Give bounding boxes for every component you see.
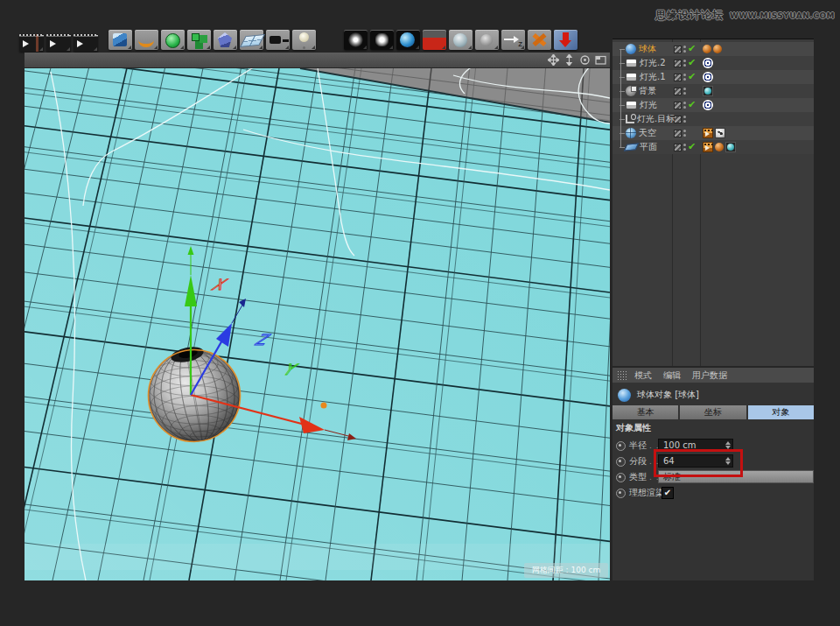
layer-chip[interactable] — [674, 116, 682, 123]
param-radio[interactable] — [616, 473, 626, 482]
phong-tag[interactable] — [715, 143, 724, 151]
platonic-icon[interactable] — [214, 30, 237, 50]
attribute-tabs: 基本坐标对象 — [612, 405, 814, 419]
null-target-icon[interactable] — [626, 115, 634, 123]
param-radio[interactable] — [616, 489, 626, 498]
layer-chip[interactable] — [674, 88, 682, 95]
visibility-dots[interactable] — [683, 102, 686, 109]
object-label[interactable]: 球体 — [639, 43, 656, 55]
array-icon[interactable] — [187, 30, 211, 50]
object-label[interactable]: 平面 — [640, 141, 657, 153]
enabled-check[interactable]: ✔ — [688, 99, 696, 111]
target-tag[interactable] — [703, 58, 713, 68]
visibility-dots[interactable] — [683, 74, 686, 81]
visibility-dots[interactable] — [683, 116, 686, 123]
object-label[interactable]: 灯光.目标 — [637, 113, 675, 125]
watermark-url: WWW.MISSYUAN.COM — [730, 11, 835, 20]
visibility-dots[interactable] — [683, 144, 686, 151]
axis-z-icon[interactable]: z — [501, 30, 525, 50]
layer-chip[interactable] — [674, 46, 682, 53]
object-row[interactable]: 灯光.目标 — [612, 112, 814, 126]
spot-light-icon[interactable] — [344, 30, 368, 50]
object-row[interactable]: 球体✔ — [612, 42, 814, 56]
xpresso-icon[interactable] — [528, 30, 551, 50]
plane-primitive-icon[interactable] — [240, 30, 263, 50]
menu-edit[interactable]: 编辑 — [663, 369, 681, 382]
camera-icon[interactable] — [266, 30, 290, 50]
area-light-icon[interactable] — [370, 30, 394, 50]
target-tag[interactable] — [703, 72, 713, 82]
menu-userdata[interactable]: 用户数据 — [692, 369, 727, 382]
enabled-check[interactable]: ✔ — [688, 141, 696, 153]
object-manager: 球体✔灯光.2✔灯光.1✔背景灯光✔灯光.目标天空平面✔ — [612, 39, 814, 366]
compositing-tag[interactable] — [703, 142, 713, 152]
floor-object-icon[interactable] — [423, 30, 446, 50]
enabled-check[interactable]: ✔ — [688, 43, 696, 55]
object-row[interactable]: 灯光✔ — [612, 98, 814, 112]
sky-object-icon[interactable] — [396, 30, 420, 50]
render-view-icon[interactable] — [19, 34, 44, 52]
tab-basic[interactable]: 基本 — [612, 405, 678, 419]
enabled-check[interactable]: ✔ — [688, 71, 696, 83]
stage-icon[interactable] — [475, 30, 499, 50]
object-label[interactable]: 灯光.1 — [640, 71, 666, 83]
attribute-menubar: 模式编辑用户数据 — [612, 368, 814, 383]
tree-branch — [620, 105, 625, 106]
layer-chip[interactable] — [674, 144, 682, 151]
render-settings-icon[interactable] — [74, 34, 98, 52]
hypernurbs-icon[interactable] — [161, 30, 185, 50]
visibility-dots[interactable] — [683, 60, 686, 67]
phong-tag[interactable] — [703, 45, 711, 53]
sky-object-tree-icon[interactable] — [626, 128, 636, 138]
light-object-icon[interactable] — [626, 101, 637, 109]
visibility-dots[interactable] — [683, 130, 686, 137]
object-label[interactable]: 灯光 — [640, 99, 657, 111]
object-row[interactable]: 灯光.2✔ — [612, 56, 814, 70]
bend-deformer-icon[interactable] — [135, 30, 158, 50]
material-tag[interactable] — [725, 142, 736, 152]
download-arrow-icon[interactable] — [554, 30, 578, 50]
light-object-icon[interactable] — [626, 73, 637, 81]
param-radio[interactable] — [616, 441, 626, 451]
material-white-tag[interactable] — [715, 128, 725, 138]
param-radio[interactable] — [616, 457, 626, 467]
sphere-object-icon — [618, 389, 631, 402]
tab-coordinates[interactable]: 坐标 — [680, 405, 746, 419]
layer-chip[interactable] — [674, 130, 682, 137]
layer-chip[interactable] — [674, 74, 682, 81]
enabled-check[interactable]: ✔ — [688, 57, 696, 69]
object-label[interactable]: 天空 — [639, 127, 656, 139]
object-label[interactable]: 灯光.2 — [640, 57, 666, 69]
phong-tag[interactable] — [713, 45, 722, 53]
render-picture-viewer-icon[interactable] — [46, 34, 71, 52]
panel-grip-icon[interactable] — [617, 370, 626, 380]
light-bulb-icon[interactable] — [292, 30, 316, 50]
maximize-icon[interactable] — [595, 54, 606, 66]
sphere-object-icon[interactable] — [626, 44, 636, 54]
object-row[interactable]: 天空 — [612, 126, 814, 140]
visibility-column: ✔ — [674, 98, 696, 112]
object-row[interactable]: 平面✔ — [612, 140, 814, 154]
background-object-icon[interactable] — [626, 86, 636, 96]
object-row[interactable]: 背景 — [612, 84, 814, 98]
tab-object[interactable]: 对象 — [748, 405, 814, 419]
visibility-dots[interactable] — [683, 88, 686, 95]
pan-icon[interactable] — [548, 54, 559, 66]
layer-chip[interactable] — [674, 60, 682, 67]
rotate-icon[interactable] — [579, 54, 591, 66]
dolly-icon[interactable] — [564, 54, 575, 66]
target-tag[interactable] — [703, 100, 713, 110]
object-label[interactable]: 背景 — [639, 85, 656, 97]
plane-object-icon[interactable] — [624, 143, 639, 151]
render-perfect-checkbox[interactable]: ✔ — [662, 487, 674, 499]
menu-mode[interactable]: 模式 — [634, 369, 652, 382]
compositing-tag[interactable] — [703, 128, 713, 138]
layer-chip[interactable] — [674, 102, 682, 109]
visibility-dots[interactable] — [683, 46, 686, 53]
material-tag[interactable] — [703, 86, 713, 96]
environment-icon[interactable] — [449, 30, 472, 50]
cube-primitive-icon[interactable] — [108, 30, 132, 50]
viewport-canvas[interactable]: Y X Z — [24, 68, 610, 580]
light-object-icon[interactable] — [626, 59, 637, 67]
object-row[interactable]: 灯光.1✔ — [612, 70, 814, 84]
